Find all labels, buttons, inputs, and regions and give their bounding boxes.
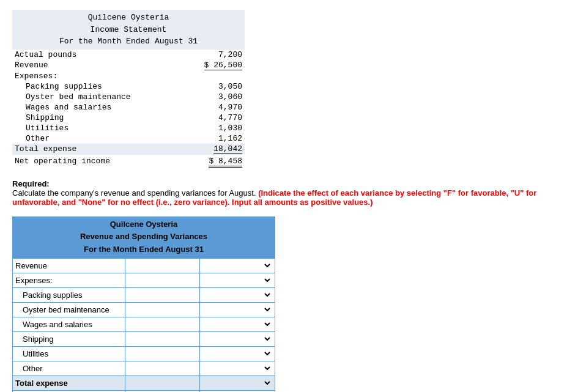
oyster-bed-value: 3,060 <box>193 92 242 102</box>
variance-dropdown-vt-utilities[interactable]: FUNone <box>202 349 272 359</box>
variance-dropdown-vt-shipping[interactable]: FUNone <box>202 334 272 344</box>
variance-table: RevenueFUNoneExpenses:FUNonePacking supp… <box>12 258 275 392</box>
variance-text-input1-vt-wages[interactable] <box>128 320 198 329</box>
income-header-line1: Quilcene Oysteria <box>16 12 241 24</box>
variance-table-header: Quilcene Oysteria Revenue and Spending V… <box>12 216 275 258</box>
variance-dropdown-vt-wages[interactable]: FUNone <box>202 319 272 330</box>
variance-text-input1-vt-oyster[interactable] <box>128 305 198 314</box>
oyster-bed-label: Oyster bed maintenance <box>15 92 193 102</box>
other-value: 1,162 <box>193 134 242 143</box>
revenue-row: Revenue $ 26,500 <box>12 60 245 71</box>
utilities-label: Utilities <box>15 124 193 133</box>
variance-row-vt-shipping: ShippingFUNone <box>13 331 275 346</box>
packing-supplies-value: 3,050 <box>193 82 242 91</box>
variance-container: Quilcene Oysteria Revenue and Spending V… <box>12 216 275 393</box>
variance-label-vt-packing: Packing supplies <box>13 287 125 302</box>
income-statement-header: Quilcene Oysteria Income Statement For t… <box>12 10 245 50</box>
variance-dropdown-cell-vt-oyster[interactable]: FUNone <box>200 302 275 317</box>
packing-supplies-row: Packing supplies 3,050 <box>12 81 245 92</box>
variance-dropdown-vt-total-expense[interactable]: FUNone <box>202 378 272 388</box>
variance-text-input1-vt-other[interactable] <box>128 364 198 373</box>
variance-dropdown-vt-other[interactable]: FUNone <box>202 363 272 374</box>
shipping-label: Shipping <box>15 113 193 122</box>
variance-header-line1: Quilcene Oysteria <box>16 218 272 231</box>
actual-pounds-value: 7,200 <box>193 50 242 59</box>
variance-label-vt-oyster: Oyster bed maintenance <box>13 302 125 317</box>
shipping-value: 4,770 <box>193 113 242 122</box>
variance-text-input1-vt-utilities[interactable] <box>128 349 198 358</box>
variance-label-vt-revenue: Revenue <box>13 258 125 273</box>
net-income-row: Net operating income $ 8,458 <box>12 156 245 168</box>
variance-row-vt-total-expense: Total expenseFUNone <box>13 375 275 390</box>
variance-text-input1-vt-packing[interactable] <box>128 290 198 300</box>
income-statement: Quilcene Oysteria Income Statement For t… <box>12 10 245 168</box>
variance-label-vt-other: Other <box>13 361 125 375</box>
variance-text-input1-vt-total-expense[interactable] <box>128 379 198 388</box>
variance-dropdown-cell-vt-total-expense[interactable]: FUNone <box>200 375 275 390</box>
variance-input1-vt-revenue[interactable] <box>125 258 200 273</box>
required-normal-text: Calculate the company's revenue and spen… <box>12 188 258 198</box>
variance-input1-vt-shipping[interactable] <box>125 331 200 346</box>
total-expense-label: Total expense <box>15 144 193 154</box>
variance-label-vt-total-expense: Total expense <box>13 375 125 390</box>
variance-dropdown-vt-packing[interactable]: FUNone <box>202 290 272 300</box>
variance-input1-vt-wages[interactable] <box>125 317 200 331</box>
income-header-line3: For the Month Ended August 31 <box>16 35 241 48</box>
variance-input1-vt-other[interactable] <box>125 361 200 375</box>
variance-dropdown-cell-vt-wages[interactable]: FUNone <box>200 317 275 331</box>
variance-dropdown-vt-oyster[interactable]: FUNone <box>202 305 272 315</box>
packing-supplies-label: Packing supplies <box>15 82 193 91</box>
total-expense-value: 18,042 <box>193 144 242 154</box>
other-label: Other <box>15 134 193 143</box>
wages-value: 4,970 <box>193 103 242 112</box>
income-header-line2: Income Statement <box>16 24 241 36</box>
variance-row-vt-packing: Packing suppliesFUNone <box>13 287 275 302</box>
variance-row-vt-expenses-header: Expenses:FUNone <box>13 273 275 287</box>
oyster-bed-row: Oyster bed maintenance 3,060 <box>12 92 245 102</box>
variance-text-input1-vt-shipping[interactable] <box>128 335 198 344</box>
variance-header-line3: For the Month Ended August 31 <box>16 243 272 256</box>
variance-text-input1-vt-revenue[interactable] <box>128 261 198 270</box>
wages-label: Wages and salaries <box>15 103 193 112</box>
variance-dropdown-cell-vt-other[interactable]: FUNone <box>200 361 275 375</box>
variance-dropdown-vt-revenue[interactable]: FUNone <box>202 261 272 271</box>
variance-label-vt-expenses-header: Expenses: <box>13 273 125 287</box>
variance-input1-vt-oyster[interactable] <box>125 302 200 317</box>
variance-row-vt-utilities: UtilitiesFUNone <box>13 346 275 361</box>
total-expense-row: Total expense 18,042 <box>12 144 245 155</box>
variance-dropdown-vt-expenses-header[interactable]: FUNone <box>202 275 272 286</box>
variance-dropdown-cell-vt-revenue[interactable]: FUNone <box>200 258 275 273</box>
variance-header-line2: Revenue and Spending Variances <box>16 231 272 243</box>
utilities-value: 1,030 <box>193 124 242 133</box>
variance-dropdown-cell-vt-shipping[interactable]: FUNone <box>200 331 275 346</box>
expenses-header-row: Expenses: <box>12 71 245 81</box>
actual-pounds-row: Actual pounds 7,200 <box>12 50 245 60</box>
variance-input1-vt-packing[interactable] <box>125 287 200 302</box>
variance-input1-vt-total-expense[interactable] <box>125 375 200 390</box>
variance-row-vt-wages: Wages and salariesFUNone <box>13 317 275 331</box>
variance-row-vt-oyster: Oyster bed maintenanceFUNone <box>13 302 275 317</box>
wages-row: Wages and salaries 4,970 <box>12 102 245 113</box>
revenue-value: $ 26,500 <box>193 61 242 70</box>
variance-label-vt-wages: Wages and salaries <box>13 317 125 331</box>
actual-pounds-label: Actual pounds <box>15 50 193 59</box>
net-income-label: Net operating income <box>15 157 193 168</box>
variance-dropdown-cell-vt-utilities[interactable]: FUNone <box>200 346 275 361</box>
variance-dropdown-cell-vt-expenses-header[interactable]: FUNone <box>200 273 275 287</box>
variance-dropdown-cell-vt-packing[interactable]: FUNone <box>200 287 275 302</box>
expenses-header-label: Expenses: <box>15 72 193 81</box>
variance-label-vt-utilities: Utilities <box>13 346 125 361</box>
revenue-label: Revenue <box>15 61 193 70</box>
required-label: Required: <box>12 179 50 188</box>
shipping-row: Shipping 4,770 <box>12 113 245 123</box>
variance-row-vt-other: OtherFUNone <box>13 361 275 375</box>
variance-input1-vt-expenses-header[interactable] <box>125 273 200 287</box>
variance-input1-vt-utilities[interactable] <box>125 346 200 361</box>
variance-label-vt-shipping: Shipping <box>13 331 125 346</box>
utilities-row: Utilities 1,030 <box>12 123 245 133</box>
required-section: Required: Calculate the company's revenu… <box>12 179 566 207</box>
variance-row-vt-revenue: RevenueFUNone <box>13 258 275 273</box>
variance-text-input1-vt-expenses-header[interactable] <box>128 276 198 285</box>
other-row: Other 1,162 <box>12 133 245 144</box>
net-income-value: $ 8,458 <box>193 157 242 168</box>
